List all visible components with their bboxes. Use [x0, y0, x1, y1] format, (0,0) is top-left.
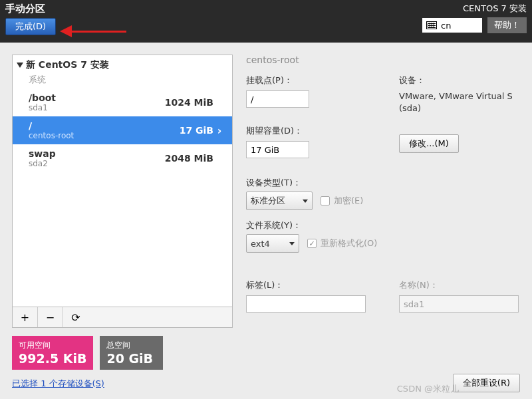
filesystem-value: ext4 [251, 239, 270, 249]
mount-point-label: 挂载点(P)： [246, 74, 379, 86]
device-type-label: 设备类型(T)： [246, 177, 520, 189]
encrypt-label: 加密(E) [334, 195, 363, 207]
chevron-right-icon: › [213, 152, 225, 165]
chevron-right-icon: › [213, 96, 225, 109]
reformat-checkbox[interactable] [307, 239, 317, 248]
group-title: 新 CentOS 7 安装 [26, 59, 109, 71]
partition-device: sda1 [29, 103, 165, 112]
partition-mount: / [29, 120, 180, 131]
free-space-label: 可用空间 [19, 340, 86, 351]
chevron-down-icon [303, 200, 308, 203]
partition-details-pane: centos-root 挂载点(P)： 期望容量(D)： 设备： VMware,… [238, 43, 532, 399]
partition-size: 17 GiB [180, 125, 213, 136]
name-label: 名称(N)： [399, 279, 520, 291]
chevron-right-icon: › [213, 124, 225, 137]
reformat-label: 重新格式化(O) [321, 237, 377, 249]
keyboard-layout-selector[interactable]: cn [422, 18, 482, 33]
partition-size: 1024 MiB [165, 97, 213, 108]
modify-devices-button[interactable]: 修改...(M) [399, 134, 459, 153]
partition-group-header[interactable]: 新 CentOS 7 安装 [13, 55, 232, 72]
storage-devices-link[interactable]: 已选择 1 个存储设备(S) [12, 378, 233, 390]
chevron-down-icon [17, 63, 23, 68]
help-button[interactable]: 帮助！ [487, 17, 527, 33]
done-button[interactable]: 完成(D) [5, 18, 56, 35]
partition-device: sda2 [29, 159, 165, 168]
devices-label: 设备： [399, 74, 520, 86]
label-input[interactable] [246, 295, 366, 313]
filesystem-select[interactable]: ext4 [246, 234, 299, 253]
encrypt-checkbox[interactable] [321, 196, 330, 205]
partition-row[interactable]: /boot sda1 1024 MiB › [13, 88, 232, 116]
reset-all-button[interactable]: 全部重设(R) [453, 374, 520, 392]
free-space-value: 992.5 KiB [19, 351, 86, 366]
partition-row[interactable]: / centos-root 17 GiB › [13, 116, 232, 144]
partition-mount: /boot [29, 92, 165, 103]
system-section-label: 系统 [13, 72, 232, 88]
partitions-pane: 新 CentOS 7 安装 系统 /boot sda1 1024 MiB › /… [0, 43, 238, 399]
detail-title: centos-root [246, 55, 520, 65]
chevron-down-icon [289, 242, 295, 245]
capacity-input[interactable] [246, 141, 309, 158]
partition-size: 2048 MiB [165, 153, 213, 164]
mount-point-input[interactable] [246, 90, 309, 108]
device-type-value: 标准分区 [251, 195, 285, 207]
partition-device: centos-root [29, 131, 180, 140]
capacity-label: 期望容量(D)： [246, 125, 379, 137]
partition-list: 新 CentOS 7 安装 系统 /boot sda1 1024 MiB › /… [12, 55, 233, 307]
reload-button[interactable]: ⟳ [63, 307, 88, 327]
remove-partition-button[interactable]: − [38, 307, 63, 327]
free-space-box: 可用空间 992.5 KiB [12, 336, 93, 370]
keyboard-layout-value: cn [441, 21, 451, 31]
total-space-box: 总空间 20 GiB [100, 336, 163, 370]
name-input [399, 295, 519, 313]
page-title: 手动分区 [5, 3, 56, 15]
filesystem-label: 文件系统(Y)： [246, 219, 520, 231]
partition-row[interactable]: swap sda2 2048 MiB › [13, 144, 232, 172]
total-space-value: 20 GiB [106, 351, 156, 366]
partition-mount: swap [29, 148, 165, 159]
add-partition-button[interactable]: + [13, 307, 38, 327]
keyboard-icon [426, 21, 437, 29]
partition-tools: + − ⟳ [12, 307, 233, 328]
label-label: 标签(L)： [246, 279, 379, 291]
device-type-select[interactable]: 标准分区 [246, 192, 313, 210]
devices-text: VMware, VMware Virtual S (sda) [399, 90, 520, 114]
installer-title: CENTOS 7 安装 [463, 3, 527, 15]
total-space-label: 总空间 [106, 340, 156, 351]
top-bar: 手动分区 完成(D) CENTOS 7 安装 cn 帮助！ [0, 0, 532, 43]
